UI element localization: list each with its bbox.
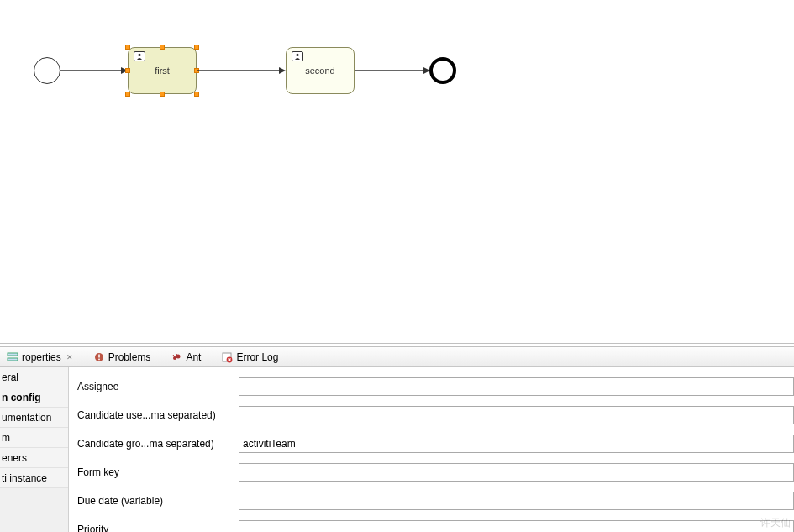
svg-rect-12 <box>98 358 100 360</box>
user-icon <box>292 51 303 61</box>
candidate-users-label: Candidate use...ma separated) <box>77 409 239 421</box>
user-icon <box>134 51 145 61</box>
tab-label: Ant <box>186 351 201 363</box>
assignee-label: Assignee <box>77 381 239 392</box>
close-icon[interactable]: ✕ <box>66 353 73 361</box>
tab-label: Error Log <box>236 351 278 363</box>
tab-label: roperties <box>22 351 61 363</box>
side-tab-label: umentation <box>2 412 51 424</box>
resize-handle-se[interactable] <box>194 92 199 97</box>
due-date-label: Due date (variable) <box>77 495 239 507</box>
tab-problems[interactable]: Problems <box>88 349 156 366</box>
candidate-groups-input[interactable] <box>239 435 794 453</box>
side-tab-listeners[interactable]: eners <box>0 448 68 468</box>
side-tab-documentation[interactable]: umentation <box>0 408 68 428</box>
resize-handle-n[interactable] <box>160 45 165 50</box>
task-label: first <box>155 66 170 76</box>
user-task-first[interactable]: first <box>128 47 197 94</box>
properties-icon <box>7 351 18 363</box>
svg-rect-11 <box>98 354 100 357</box>
tab-error-log[interactable]: Error Log <box>216 349 283 366</box>
form-key-input[interactable] <box>239 463 794 482</box>
properties-view: eral n config umentation m eners ti inst… <box>0 367 794 532</box>
due-date-input[interactable] <box>239 492 794 510</box>
svg-rect-9 <box>8 358 18 361</box>
sequence-flow-3[interactable] <box>355 66 430 76</box>
side-tab-label: n config <box>2 392 41 403</box>
view-tabs: roperties ✕ Problems Ant Error Log <box>0 347 794 367</box>
user-task-second[interactable]: second <box>286 47 355 94</box>
svg-point-5 <box>296 54 298 56</box>
side-tab-multi-instance[interactable]: ti instance <box>0 468 68 488</box>
side-tab-label: eral <box>2 371 18 383</box>
priority-label: Priority <box>77 524 239 532</box>
candidate-groups-label: Candidate gro...ma separated) <box>77 438 239 450</box>
bpmn-canvas[interactable]: first second <box>0 0 794 343</box>
sequence-flow-1[interactable] <box>60 66 128 76</box>
side-tab-general[interactable]: eral <box>0 367 68 387</box>
resize-handle-w[interactable] <box>125 68 130 73</box>
assignee-input[interactable] <box>239 377 794 396</box>
resize-handle-sw[interactable] <box>125 92 130 97</box>
svg-rect-8 <box>8 353 18 356</box>
start-event[interactable] <box>34 57 60 84</box>
resize-handle-ne[interactable] <box>194 45 199 50</box>
side-tab-label: m <box>2 432 10 444</box>
priority-input[interactable] <box>239 520 794 532</box>
side-tab-label: ti instance <box>2 472 47 484</box>
problems-icon <box>93 351 105 363</box>
end-event[interactable] <box>429 57 456 84</box>
properties-form: Assignee Candidate use...ma separated) C… <box>69 367 794 532</box>
tab-label: Problems <box>108 351 151 363</box>
tab-ant[interactable]: Ant <box>166 349 206 366</box>
candidate-users-input[interactable] <box>239 406 794 424</box>
side-tab-form[interactable]: m <box>0 428 68 448</box>
svg-point-2 <box>138 54 140 56</box>
form-key-label: Form key <box>77 466 239 478</box>
resize-handle-s[interactable] <box>160 92 165 97</box>
tab-properties[interactable]: roperties ✕ <box>2 349 78 366</box>
side-tab-main-config[interactable]: n config <box>0 387 68 408</box>
side-tab-label: eners <box>2 452 27 464</box>
properties-sidebar: eral n config umentation m eners ti inst… <box>0 367 69 532</box>
error-log-icon <box>221 351 233 363</box>
svg-marker-4 <box>279 67 286 74</box>
resize-handle-nw[interactable] <box>125 45 130 50</box>
task-label: second <box>305 66 334 76</box>
sequence-flow-2[interactable] <box>197 66 286 76</box>
ant-icon <box>171 351 182 363</box>
